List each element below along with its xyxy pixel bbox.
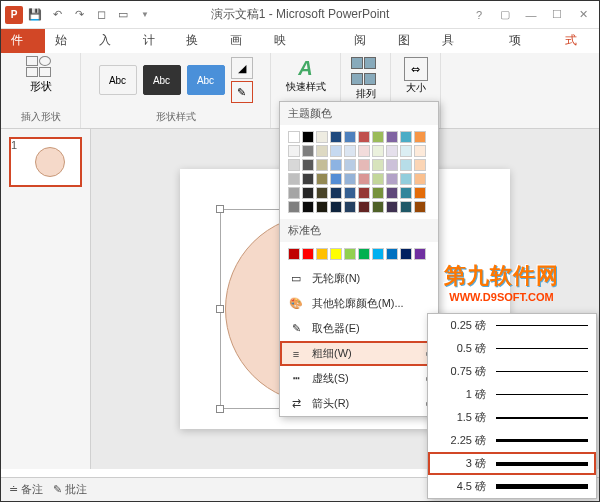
color-swatch[interactable]	[344, 173, 356, 185]
color-swatch[interactable]	[414, 187, 426, 199]
color-swatch[interactable]	[414, 248, 426, 260]
resize-handle[interactable]	[216, 205, 224, 213]
color-swatch[interactable]	[316, 248, 328, 260]
no-outline-item[interactable]: ▭无轮廓(N)	[280, 266, 438, 291]
color-swatch[interactable]	[386, 159, 398, 171]
weight-025[interactable]: 0.25 磅	[428, 314, 596, 337]
color-swatch[interactable]	[358, 248, 370, 260]
color-swatch[interactable]	[400, 187, 412, 199]
color-swatch[interactable]	[372, 187, 384, 199]
dashes-item[interactable]: ┅虚线(S)▸	[280, 366, 438, 391]
color-swatch[interactable]	[372, 159, 384, 171]
color-swatch[interactable]	[358, 187, 370, 199]
color-swatch[interactable]	[288, 145, 300, 157]
weight-15[interactable]: 1.5 磅	[428, 406, 596, 429]
color-swatch[interactable]	[316, 173, 328, 185]
quick-styles-label[interactable]: 快速样式	[286, 80, 326, 94]
eyedropper-item[interactable]: ✎取色器(E)	[280, 316, 438, 341]
weight-225[interactable]: 2.25 磅	[428, 429, 596, 452]
weight-3[interactable]: 3 磅	[428, 452, 596, 475]
color-swatch[interactable]	[330, 173, 342, 185]
color-swatch[interactable]	[414, 145, 426, 157]
resize-handle[interactable]	[216, 405, 224, 413]
color-swatch[interactable]	[414, 159, 426, 171]
color-swatch[interactable]	[302, 201, 314, 213]
color-swatch[interactable]	[344, 131, 356, 143]
color-swatch[interactable]	[302, 187, 314, 199]
arrange-button[interactable]	[351, 57, 381, 87]
notes-button[interactable]: ≐ 备注	[9, 482, 43, 497]
color-swatch[interactable]	[316, 201, 328, 213]
color-swatch[interactable]	[372, 248, 384, 260]
color-swatch[interactable]	[358, 145, 370, 157]
redo-icon[interactable]: ↷	[69, 5, 89, 25]
color-swatch[interactable]	[288, 131, 300, 143]
weight-05[interactable]: 0.5 磅	[428, 337, 596, 360]
shapes-gallery[interactable]: 形状	[21, 57, 61, 93]
shape-style-3[interactable]: Abc	[187, 65, 225, 95]
color-swatch[interactable]	[400, 145, 412, 157]
color-swatch[interactable]	[330, 131, 342, 143]
more-colors-item[interactable]: 🎨其他轮廓颜色(M)...	[280, 291, 438, 316]
color-swatch[interactable]	[386, 201, 398, 213]
qat-dropdown-icon[interactable]: ▼	[135, 5, 155, 25]
color-swatch[interactable]	[414, 201, 426, 213]
color-swatch[interactable]	[386, 145, 398, 157]
color-swatch[interactable]	[400, 201, 412, 213]
undo-icon[interactable]: ↶	[47, 5, 67, 25]
resize-handle[interactable]	[216, 305, 224, 313]
color-swatch[interactable]	[302, 145, 314, 157]
help-icon[interactable]: ?	[467, 5, 491, 25]
color-swatch[interactable]	[414, 173, 426, 185]
color-swatch[interactable]	[372, 173, 384, 185]
color-swatch[interactable]	[330, 201, 342, 213]
color-swatch[interactable]	[400, 159, 412, 171]
arrows-item[interactable]: ⇄箭头(R)▸	[280, 391, 438, 416]
color-swatch[interactable]	[288, 201, 300, 213]
weight-item[interactable]: ≡粗细(W)▸	[280, 341, 438, 366]
color-swatch[interactable]	[358, 131, 370, 143]
weight-1[interactable]: 1 磅	[428, 383, 596, 406]
color-swatch[interactable]	[344, 145, 356, 157]
close-icon[interactable]: ✕	[571, 5, 595, 25]
color-swatch[interactable]	[414, 131, 426, 143]
ribbon-options-icon[interactable]: ▢	[493, 5, 517, 25]
color-swatch[interactable]	[386, 187, 398, 199]
maximize-icon[interactable]: ☐	[545, 5, 569, 25]
color-swatch[interactable]	[330, 187, 342, 199]
color-swatch[interactable]	[400, 248, 412, 260]
color-swatch[interactable]	[372, 131, 384, 143]
color-swatch[interactable]	[330, 159, 342, 171]
weight-075[interactable]: 0.75 磅	[428, 360, 596, 383]
qat-btn[interactable]: ▭	[113, 5, 133, 25]
color-swatch[interactable]	[386, 173, 398, 185]
weight-45[interactable]: 4.5 磅	[428, 475, 596, 498]
color-swatch[interactable]	[400, 131, 412, 143]
save-icon[interactable]: 💾	[25, 5, 45, 25]
color-swatch[interactable]	[344, 187, 356, 199]
color-swatch[interactable]	[316, 145, 328, 157]
color-swatch[interactable]	[344, 159, 356, 171]
qat-btn[interactable]: ◻	[91, 5, 111, 25]
shape-style-1[interactable]: Abc	[99, 65, 137, 95]
shape-outline-button[interactable]: ✎	[231, 81, 253, 103]
color-swatch[interactable]	[288, 159, 300, 171]
color-swatch[interactable]	[316, 159, 328, 171]
size-button[interactable]: ⇔	[404, 57, 428, 81]
color-swatch[interactable]	[288, 248, 300, 260]
comments-button[interactable]: ✎ 批注	[53, 482, 87, 497]
color-swatch[interactable]	[344, 248, 356, 260]
color-swatch[interactable]	[386, 248, 398, 260]
color-swatch[interactable]	[386, 131, 398, 143]
minimize-icon[interactable]: —	[519, 5, 543, 25]
color-swatch[interactable]	[316, 131, 328, 143]
shape-style-2[interactable]: Abc	[143, 65, 181, 95]
color-swatch[interactable]	[372, 145, 384, 157]
color-swatch[interactable]	[344, 201, 356, 213]
color-swatch[interactable]	[400, 173, 412, 185]
color-swatch[interactable]	[358, 159, 370, 171]
color-swatch[interactable]	[288, 187, 300, 199]
color-swatch[interactable]	[302, 131, 314, 143]
color-swatch[interactable]	[358, 173, 370, 185]
color-swatch[interactable]	[302, 173, 314, 185]
